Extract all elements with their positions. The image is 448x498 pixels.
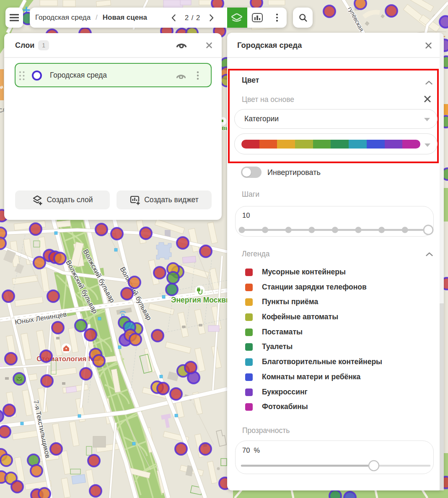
svg-text:Энергия Москвы: Энергия Москвы bbox=[171, 296, 232, 304]
